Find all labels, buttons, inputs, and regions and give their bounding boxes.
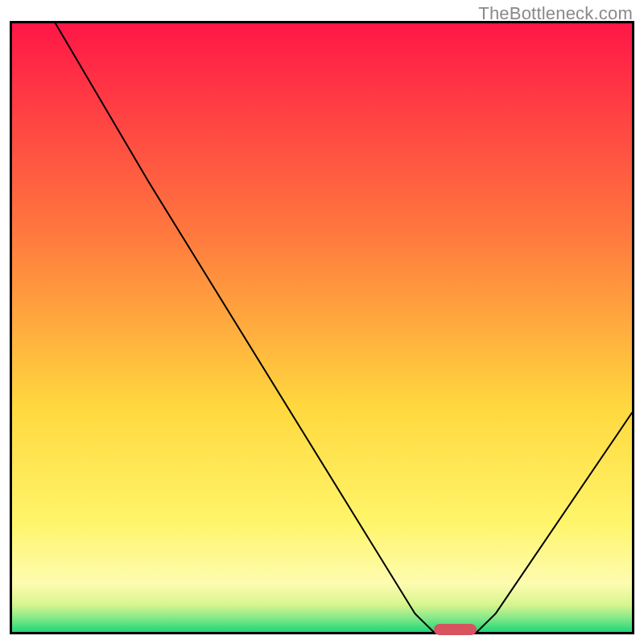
chart-frame — [10, 21, 634, 634]
bottleneck-curve — [12, 23, 632, 632]
optimal-range-marker — [434, 624, 477, 635]
